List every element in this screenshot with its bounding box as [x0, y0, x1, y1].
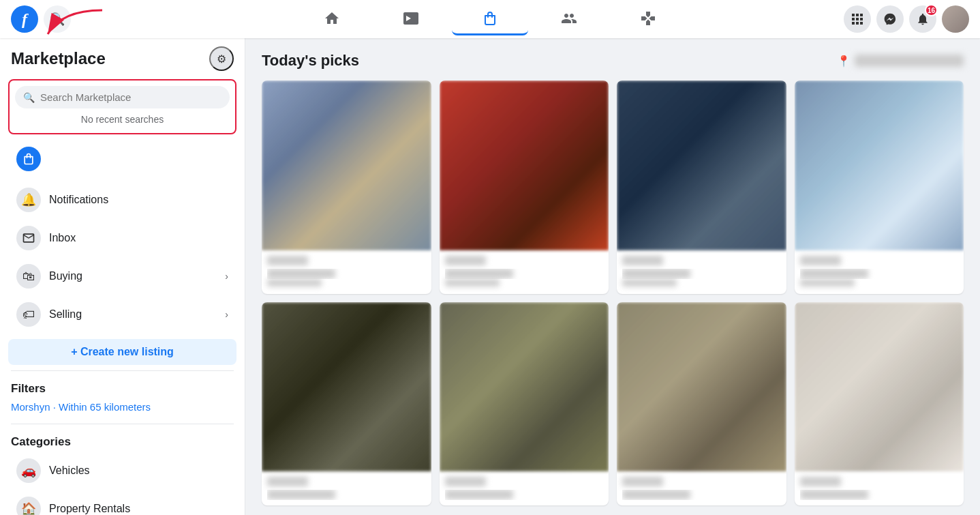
marketplace-icon — [16, 147, 41, 171]
facebook-logo: f — [11, 5, 38, 33]
nav-tabs — [256, 3, 724, 35]
location-pin-icon: 📍 — [837, 55, 851, 68]
nav-left: f 🔍 — [11, 5, 256, 33]
listing-desc-4 — [800, 269, 868, 278]
listings-grid-row1 — [262, 80, 964, 294]
search-input[interactable] — [40, 91, 221, 103]
listing-info-6 — [440, 471, 609, 505]
page-title: Today's picks — [262, 52, 359, 70]
listing-card-1[interactable] — [262, 80, 431, 294]
listing-image-2 — [440, 80, 609, 250]
listing-price-1 — [267, 256, 308, 265]
listing-info-7 — [617, 471, 786, 505]
listing-price-8 — [800, 477, 841, 486]
sidebar-title: Marketplace — [11, 49, 106, 68]
listing-loc-2 — [445, 279, 500, 286]
user-avatar[interactable] — [942, 5, 969, 33]
sidebar-item-buying-label: Buying — [49, 270, 217, 282]
buying-chevron-icon: › — [225, 271, 228, 282]
listing-image-1 — [262, 80, 431, 250]
notifications-icon: 🔔 — [16, 188, 41, 212]
listings-grid-row2 — [262, 302, 964, 506]
sidebar-item-property-rentals[interactable]: 🏠 Property Rentals — [5, 490, 239, 515]
listing-image-8 — [795, 302, 964, 472]
vehicles-icon: 🚗 — [16, 458, 41, 483]
divider-1 — [11, 370, 234, 371]
notification-badge: 16 — [925, 4, 938, 16]
listing-loc-1 — [267, 279, 322, 286]
apps-button[interactable] — [844, 5, 871, 33]
search-wrapper: 🔍 No recent searches — [8, 79, 236, 134]
settings-button[interactable]: ⚙ — [209, 46, 234, 71]
listing-price-2 — [445, 256, 486, 265]
sidebar-item-vehicles-label: Vehicles — [49, 465, 228, 477]
listing-desc-1 — [267, 269, 335, 278]
buying-icon: 🛍 — [16, 264, 41, 289]
sidebar-item-inbox-label: Inbox — [49, 232, 228, 244]
nav-tab-home[interactable] — [294, 3, 370, 35]
location-text-blurred — [855, 55, 964, 67]
sidebar-item-marketplace[interactable] — [5, 140, 239, 178]
listing-card-4[interactable] — [795, 80, 964, 294]
sidebar-item-notifications-label: Notifications — [49, 194, 228, 206]
sidebar-item-notifications[interactable]: 🔔 Notifications — [5, 181, 239, 219]
listing-card-2[interactable] — [440, 80, 609, 294]
search-icon: 🔍 — [23, 92, 35, 103]
listing-info-1 — [262, 250, 431, 294]
selling-icon: 🏷 — [16, 302, 41, 327]
messenger-button[interactable] — [876, 5, 904, 33]
listing-info-8 — [795, 471, 964, 505]
sidebar-header: Marketplace ⚙ — [0, 46, 245, 76]
filters-section-title: Filters — [0, 377, 245, 398]
no-recent-text: No recent searches — [15, 108, 230, 128]
nav-right: 16 — [724, 5, 969, 33]
listing-info-3 — [617, 250, 786, 294]
listing-info-2 — [440, 250, 609, 294]
top-navigation: f 🔍 16 — [0, 0, 980, 38]
listing-loc-4 — [800, 279, 855, 286]
listing-image-4 — [795, 80, 964, 250]
divider-2 — [11, 424, 234, 424]
listing-desc-6 — [445, 490, 513, 499]
listing-price-7 — [622, 477, 663, 486]
search-button[interactable]: 🔍 — [44, 5, 71, 33]
listing-desc-3 — [622, 269, 690, 278]
listing-desc-5 — [267, 490, 335, 499]
nav-tab-groups[interactable] — [531, 3, 607, 35]
search-box: 🔍 — [15, 86, 230, 108]
categories-section-title: Categories — [0, 430, 245, 452]
selling-chevron-icon: › — [225, 309, 228, 320]
notifications-button[interactable]: 16 — [909, 5, 936, 33]
create-listing-button[interactable]: + Create new listing — [8, 339, 236, 365]
sidebar-item-inbox[interactable]: Inbox — [5, 219, 239, 257]
listing-price-6 — [445, 477, 486, 486]
nav-tab-gaming[interactable] — [610, 3, 686, 35]
listing-card-8[interactable] — [795, 302, 964, 506]
listing-image-5 — [262, 302, 431, 472]
listing-price-4 — [800, 256, 841, 265]
main-content: Today's picks 📍 — [245, 38, 980, 515]
location-area: 📍 — [837, 55, 964, 68]
listing-card-3[interactable] — [617, 80, 786, 294]
listing-card-5[interactable] — [262, 302, 431, 506]
content-header: Today's picks 📍 — [262, 52, 964, 70]
listing-desc-8 — [800, 490, 868, 499]
listing-info-4 — [795, 250, 964, 294]
property-rentals-icon: 🏠 — [16, 497, 41, 515]
nav-tab-video[interactable] — [373, 3, 449, 35]
sidebar-item-buying[interactable]: 🛍 Buying › — [5, 257, 239, 295]
listing-card-7[interactable] — [617, 302, 786, 506]
listing-price-3 — [622, 256, 663, 265]
listing-image-3 — [617, 80, 786, 250]
filter-location[interactable]: Morshyn · Within 65 kilometers — [0, 398, 245, 418]
sidebar-item-selling-label: Selling — [49, 308, 217, 321]
listing-price-5 — [267, 477, 308, 486]
listing-card-6[interactable] — [440, 302, 609, 506]
listing-loc-3 — [622, 279, 677, 286]
nav-tab-marketplace[interactable] — [452, 3, 528, 35]
sidebar-item-vehicles[interactable]: 🚗 Vehicles — [5, 452, 239, 490]
sidebar-item-property-rentals-label: Property Rentals — [49, 503, 228, 515]
sidebar-item-selling[interactable]: 🏷 Selling › — [5, 295, 239, 334]
sidebar: Marketplace ⚙ 🔍 No recent searches 🔔 Not… — [0, 38, 245, 515]
listing-info-5 — [262, 471, 431, 505]
